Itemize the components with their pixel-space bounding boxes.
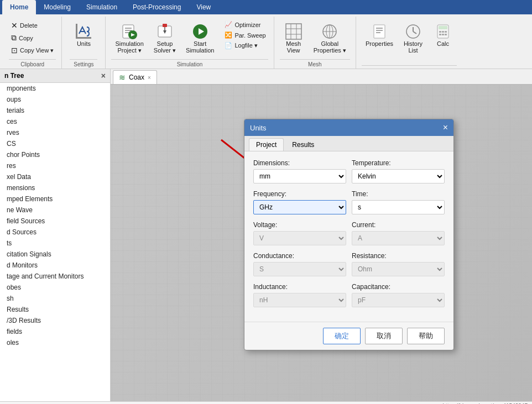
dialog-close-button[interactable]: ×: [443, 123, 448, 133]
frequency-time-row: Frequency: GHzMHzkHzHz Time: smsnsps: [253, 190, 445, 214]
list-item[interactable]: ts: [0, 238, 110, 249]
help-button[interactable]: 帮助: [407, 328, 445, 344]
sim-small-stack: 📈 Optimizer 🔀 Par. Sweep 📄 Logfile ▾: [222, 20, 268, 50]
properties-button[interactable]: Properties: [362, 20, 397, 50]
list-item[interactable]: mensions: [0, 182, 110, 193]
tab-modeling[interactable]: Modeling: [36, 0, 79, 14]
list-item[interactable]: ne Wave: [0, 204, 110, 216]
list-item[interactable]: sh: [0, 293, 110, 304]
startsim-label: StartSimulation: [186, 40, 214, 54]
list-item-field-sources[interactable]: field Sources: [0, 216, 110, 227]
inductance-select[interactable]: nH: [253, 293, 346, 307]
voltage-current-row: Voltage: V Current: A: [253, 221, 445, 245]
list-item[interactable]: CS: [0, 138, 110, 149]
voltage-select[interactable]: V: [253, 231, 346, 245]
copy-button[interactable]: ⧉ Copy: [9, 32, 56, 44]
list-item[interactable]: citation Signals: [0, 249, 110, 260]
current-select[interactable]: A: [352, 231, 445, 245]
simulation-group-label: Simulation: [111, 59, 268, 67]
startsim-button[interactable]: StartSimulation: [182, 20, 218, 56]
tab-simulation[interactable]: Simulation: [79, 0, 125, 14]
misc-group: Properties HistoryList: [356, 17, 462, 69]
nav-tree-close-btn[interactable]: ×: [101, 71, 106, 80]
logfile-button[interactable]: 📄 Logfile ▾: [222, 41, 268, 50]
globalprop-icon: [321, 23, 338, 40]
meshview-icon: [285, 23, 302, 40]
optimizer-button[interactable]: 📈 Optimizer: [222, 20, 268, 29]
list-item[interactable]: terials: [0, 105, 110, 116]
tab-view[interactable]: View: [189, 0, 218, 14]
history-button[interactable]: HistoryList: [399, 20, 427, 56]
app-body: n Tree × mponents oups terials ces rves …: [0, 69, 532, 401]
dialog-tab-results[interactable]: Results: [285, 138, 321, 151]
frequency-select[interactable]: GHzMHzkHzHz: [253, 200, 346, 214]
list-item[interactable]: Results: [0, 304, 110, 315]
copyview-label: Copy View ▾: [20, 47, 54, 54]
conductance-select[interactable]: S: [253, 262, 346, 276]
mesh-buttons: MeshView GlobalProperties ▾: [280, 18, 350, 59]
delete-button[interactable]: ✕ Delete: [9, 20, 56, 31]
dialog-footer: 确定 取消 帮助: [244, 322, 453, 350]
temperature-label: Temperature:: [352, 159, 445, 167]
list-item[interactable]: /3D Results: [0, 315, 110, 326]
temperature-select[interactable]: KelvinCelsiusFahrenheit: [352, 169, 445, 183]
simulation-group: SimulationProject ▾ SetupSolver ▾: [106, 17, 274, 69]
dialog-tabs: Project Results: [244, 136, 453, 151]
list-item[interactable]: fields: [0, 326, 110, 337]
list-item[interactable]: tage and Current Monitors: [0, 271, 110, 282]
svg-rect-1: [76, 24, 77, 37]
list-item[interactable]: d Sources: [0, 227, 110, 238]
svg-rect-35: [439, 34, 441, 35]
globalprop-label: GlobalProperties ▾: [314, 40, 346, 54]
tab-home[interactable]: Home: [2, 0, 36, 14]
svg-rect-32: [439, 31, 441, 33]
dimensions-temperature-row: Dimensions: mmcmmin Temperature: KelvinC…: [253, 159, 445, 183]
delete-icon: ✕: [11, 21, 18, 30]
parsweep-button[interactable]: 🔀 Par. Sweep: [222, 30, 268, 40]
simulation-buttons: SimulationProject ▾ SetupSolver ▾: [111, 18, 268, 59]
list-item[interactable]: obes: [0, 282, 110, 293]
coax-tab[interactable]: ≋ Coax ×: [113, 70, 157, 84]
setupsolver-button[interactable]: SetupSolver ▾: [150, 20, 180, 57]
list-item[interactable]: oles: [0, 337, 110, 348]
simproj-button[interactable]: SimulationProject ▾: [111, 20, 147, 57]
confirm-button[interactable]: 确定: [323, 328, 361, 344]
globalprop-button[interactable]: GlobalProperties ▾: [310, 20, 350, 57]
simproj-label: SimulationProject ▾: [115, 40, 143, 54]
calc-button[interactable]: Calc: [429, 20, 457, 50]
current-field: Current: A: [352, 221, 445, 245]
resistance-select[interactable]: Ohm: [352, 262, 445, 276]
history-label: HistoryList: [404, 40, 423, 54]
list-item[interactable]: chor Points: [0, 149, 110, 160]
time-select[interactable]: smsnsps: [352, 200, 445, 214]
units-button[interactable]: Units: [70, 20, 97, 50]
coax-tab-close[interactable]: ×: [148, 75, 151, 81]
main-content: ≋ Coax × Units ×: [111, 69, 532, 401]
settings-group-label: Settings: [70, 59, 97, 67]
svg-rect-33: [442, 31, 444, 33]
copyview-button[interactable]: ⊡ Copy View ▾: [9, 45, 56, 56]
voltage-label: Voltage:: [253, 221, 346, 229]
list-item[interactable]: rves: [0, 127, 110, 138]
svg-rect-14: [286, 24, 301, 39]
cancel-button[interactable]: 取消: [365, 328, 403, 344]
dimensions-select[interactable]: mmcmmin: [253, 169, 346, 183]
dialog-tab-project[interactable]: Project: [249, 138, 284, 151]
svg-rect-36: [442, 34, 444, 35]
tabs-bar: ≋ Coax ×: [111, 69, 532, 85]
ribbon-tabs: Home Modeling Simulation Post-Processing…: [0, 0, 532, 14]
list-item[interactable]: res: [0, 160, 110, 171]
list-item[interactable]: mped Elements: [0, 193, 110, 204]
list-item[interactable]: mponents: [0, 83, 110, 94]
meshview-button[interactable]: MeshView: [280, 20, 307, 56]
list-item[interactable]: d Monitors: [0, 260, 110, 271]
list-item[interactable]: xel Data: [0, 171, 110, 182]
settings-group: Units Settings: [62, 17, 106, 69]
copy-icon: ⧉: [11, 33, 17, 43]
tab-postprocessing[interactable]: Post-Processing: [125, 0, 189, 14]
capacitance-select[interactable]: pF: [352, 293, 445, 307]
list-item[interactable]: oups: [0, 94, 110, 105]
list-item[interactable]: ces: [0, 116, 110, 127]
simproj-icon: [121, 23, 138, 40]
time-label: Time:: [352, 190, 445, 198]
